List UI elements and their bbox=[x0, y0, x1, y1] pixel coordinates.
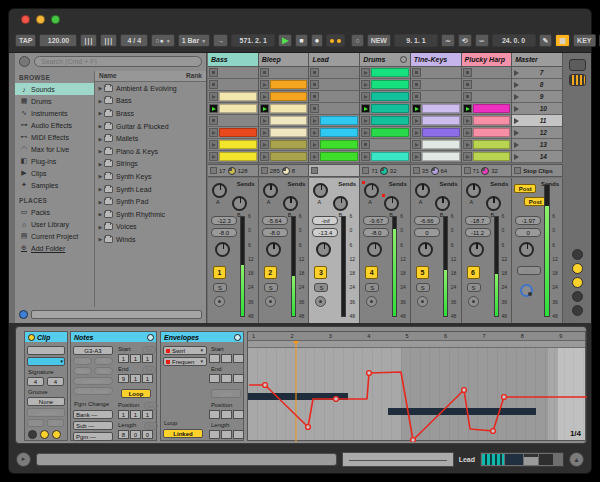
pan-knob[interactable] bbox=[367, 242, 382, 257]
clip-slot[interactable] bbox=[360, 103, 410, 115]
clip-stop-button[interactable] bbox=[463, 80, 472, 89]
scene-slot[interactable]: 10 bbox=[512, 103, 562, 115]
clip-color-bar[interactable] bbox=[371, 68, 409, 77]
folder-row[interactable]: ▶Winds bbox=[95, 233, 206, 246]
tempo-field[interactable]: 120.00 bbox=[39, 34, 77, 47]
track-activator-button[interactable]: 4 bbox=[365, 266, 378, 279]
clip-launch-button[interactable] bbox=[361, 152, 370, 161]
beat-ruler[interactable]: 123456789 bbox=[248, 332, 585, 341]
linked-button[interactable]: Linked bbox=[163, 429, 203, 438]
clip-color-bar[interactable] bbox=[473, 152, 511, 161]
clip-slot[interactable] bbox=[259, 103, 309, 115]
clip-launch-button[interactable] bbox=[260, 152, 269, 161]
set-position-button[interactable]: Set bbox=[144, 402, 158, 410]
track-activator-button[interactable]: 2 bbox=[264, 266, 277, 279]
clip-slot[interactable] bbox=[411, 139, 461, 151]
clip-color-bar[interactable] bbox=[422, 140, 460, 149]
track-header[interactable]: Tine-Keys bbox=[411, 53, 461, 67]
send-b-knob[interactable] bbox=[435, 196, 450, 211]
clip-slot[interactable] bbox=[462, 103, 512, 115]
solo-button[interactable]: S bbox=[314, 283, 328, 292]
send-a-knob[interactable] bbox=[466, 183, 481, 198]
clip-launch-button[interactable] bbox=[361, 92, 370, 101]
clip-launch-button[interactable] bbox=[260, 92, 269, 101]
device-mini-4[interactable] bbox=[539, 454, 553, 465]
set-length-button[interactable]: Set bbox=[144, 422, 158, 430]
playhead-marker-icon[interactable] bbox=[293, 341, 299, 345]
clip-color-chooser[interactable]: ▼ bbox=[27, 357, 65, 366]
track-header[interactable]: Bleep bbox=[259, 53, 309, 67]
clip-stop-button[interactable] bbox=[412, 80, 421, 89]
record-button[interactable]: ● bbox=[311, 34, 324, 47]
mixer-section-toggle[interactable] bbox=[572, 277, 583, 288]
clip-color-bar[interactable] bbox=[473, 104, 511, 113]
send-a-knob[interactable] bbox=[212, 183, 227, 198]
empty-clip-slot[interactable] bbox=[309, 103, 359, 115]
clip-color-bar[interactable] bbox=[270, 128, 308, 137]
clip-launch-button[interactable] bbox=[361, 68, 370, 77]
clip-activator-icon[interactable] bbox=[28, 334, 35, 341]
expand-arrow-icon[interactable]: ▶ bbox=[97, 110, 104, 116]
empty-clip-slot[interactable] bbox=[411, 91, 461, 103]
master-pan-knob[interactable] bbox=[519, 242, 534, 257]
gain-field[interactable]: -11.2 bbox=[465, 228, 491, 237]
sidebar-item-clips[interactable]: ▶Clips bbox=[15, 167, 94, 179]
clip-launch-button[interactable] bbox=[463, 116, 472, 125]
folder-row[interactable]: ▶Piano & Keys bbox=[95, 145, 206, 158]
automation-breakpoint[interactable] bbox=[263, 383, 268, 388]
clip-slot[interactable] bbox=[259, 139, 309, 151]
solo-button[interactable]: S bbox=[416, 283, 430, 292]
expand-arrow-icon[interactable]: ▶ bbox=[97, 224, 104, 230]
clip-launch-button[interactable] bbox=[260, 116, 269, 125]
clip-launch-button[interactable] bbox=[361, 104, 370, 113]
folder-row[interactable]: ▶Synth Pad bbox=[95, 195, 206, 208]
follow-toggle[interactable]: ▤ bbox=[555, 34, 570, 47]
clip-color-bar[interactable] bbox=[422, 116, 460, 125]
metronome-button[interactable]: ○●▼ bbox=[151, 34, 174, 47]
clip-launch-button[interactable] bbox=[209, 104, 218, 113]
cue-button[interactable] bbox=[315, 296, 326, 307]
envelope-curve[interactable] bbox=[248, 341, 587, 442]
legato-button[interactable]: Legato bbox=[73, 377, 113, 385]
send-b-knob[interactable] bbox=[232, 196, 247, 211]
automation-breakpoint[interactable] bbox=[306, 425, 311, 430]
automation-breakpoint[interactable] bbox=[502, 395, 507, 400]
folder-row[interactable]: ▶Bass bbox=[95, 95, 206, 108]
send-b-knob[interactable] bbox=[384, 196, 399, 211]
clip-color-bar[interactable] bbox=[219, 152, 257, 161]
clip-slot[interactable] bbox=[208, 139, 258, 151]
folder-row[interactable]: ▶Voices bbox=[95, 221, 206, 234]
env-value[interactable] bbox=[233, 354, 244, 363]
post-a-button[interactable]: Post bbox=[514, 184, 536, 193]
clip-launch-button[interactable] bbox=[310, 140, 319, 149]
crossfader-assign-knob[interactable] bbox=[520, 284, 533, 297]
clip-slot[interactable] bbox=[208, 91, 258, 103]
sidebar-item-samples[interactable]: ✦Samples bbox=[15, 179, 94, 191]
signature-denominator[interactable]: 4 bbox=[47, 377, 64, 386]
track-header[interactable]: Bass bbox=[208, 53, 258, 67]
quantization-menu[interactable]: 1 Bar▼ bbox=[178, 34, 210, 47]
gain-field[interactable]: -13.4 bbox=[312, 228, 338, 237]
clip-slot[interactable] bbox=[462, 115, 512, 127]
envelope-param-chooser[interactable]: Frequen▼ bbox=[163, 357, 207, 366]
length-value[interactable]: 8 bbox=[118, 430, 129, 439]
clip-launch-button[interactable] bbox=[412, 116, 421, 125]
cue-button[interactable] bbox=[417, 296, 428, 307]
tap-tempo-button[interactable]: TAP bbox=[15, 34, 36, 47]
places-item-add-folder[interactable]: ⊕Add Folder bbox=[15, 242, 94, 254]
clip-color-bar[interactable] bbox=[270, 80, 308, 89]
expand-arrow-icon[interactable]: ▶ bbox=[97, 211, 104, 217]
length-value[interactable]: 0 bbox=[130, 430, 141, 439]
clip-slot[interactable] bbox=[360, 127, 410, 139]
track-stop-button[interactable] bbox=[311, 167, 318, 174]
position-value[interactable]: 1 bbox=[118, 410, 129, 419]
env-value[interactable] bbox=[233, 410, 244, 419]
track-header[interactable]: Plucky Harp bbox=[462, 53, 512, 67]
clip-launch-button[interactable] bbox=[209, 92, 218, 101]
sidebar-item-midi-effects[interactable]: ⊷MIDI Effects bbox=[15, 131, 94, 143]
nudge-forward-button[interactable]: » bbox=[47, 419, 64, 427]
track-header[interactable]: Drums bbox=[360, 53, 410, 67]
mixer-section-toggle[interactable] bbox=[572, 291, 583, 302]
folder-row[interactable]: ▶Strings bbox=[95, 158, 206, 171]
clip-slot[interactable] bbox=[360, 79, 410, 91]
